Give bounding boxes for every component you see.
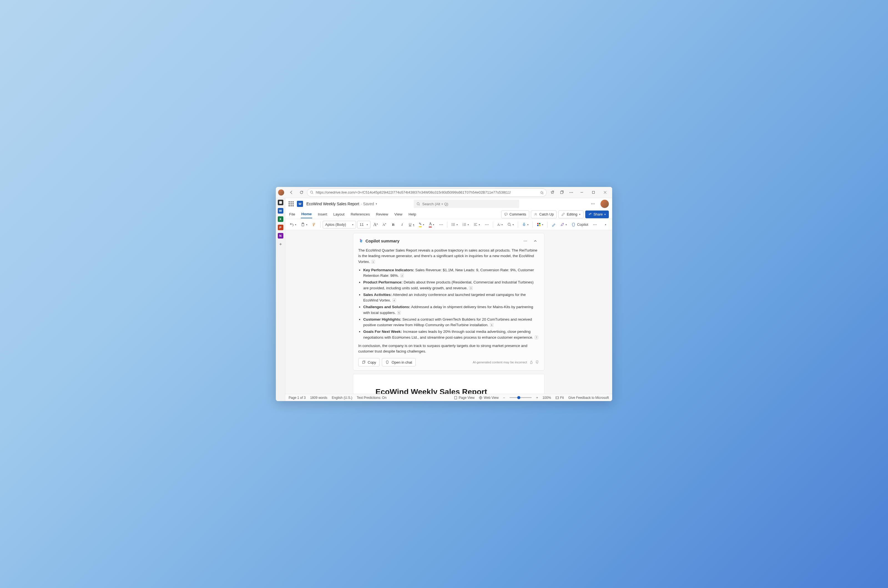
undo-button[interactable]: ▾ [288,221,298,228]
ribbon-collapse-button[interactable]: ▾ [602,221,609,228]
excel-app-icon[interactable]: X [278,216,283,222]
document-page[interactable]: EcoWind Weekly Sales Report Week 02: Jan… [353,374,544,394]
maximize-button[interactable] [588,188,599,197]
font-size-select[interactable]: 11▾ [357,221,370,228]
word-app-icon[interactable]: W [278,208,283,214]
shrink-font-button[interactable]: A▾ [380,221,388,228]
user-avatar[interactable] [601,200,609,208]
thumbs-up-icon[interactable] [529,360,533,364]
citation-5[interactable]: 5 [397,311,401,315]
underline-button[interactable]: U▾ [407,221,416,228]
comments-button[interactable]: Comments [501,210,529,218]
citation-2[interactable]: 2 [400,274,404,278]
font-color-button[interactable]: A▾ [427,221,436,228]
favorite-settings-icon[interactable] [540,190,544,194]
italic-button[interactable]: I [398,221,406,228]
search-input[interactable]: Search (Alt + Q) [414,200,519,208]
onenote-app-icon[interactable]: N [278,233,283,238]
copilot-collapse-button[interactable] [532,237,539,245]
close-button[interactable] [600,188,610,197]
svg-rect-43 [455,396,457,399]
open-in-chat-button[interactable]: Open in chat [382,358,416,366]
svg-point-22 [452,225,452,226]
addins-button[interactable]: ▾ [535,221,545,228]
format-painter-button[interactable] [310,221,318,228]
page-view-button[interactable]: Page View [454,396,475,400]
dictate-button[interactable]: ▾ [520,221,530,228]
svg-rect-32 [539,223,541,224]
document-title[interactable]: EcoWind Weekly Sales Report · Saved ▾ [307,202,377,206]
address-bar[interactable]: https://onedrive.live.com/=3=/C514o45p82… [307,188,547,196]
text-predictions-status[interactable]: Text Predictions: On [356,396,386,400]
more-button[interactable] [566,188,575,197]
refresh-button[interactable] [297,188,306,197]
add-app-button[interactable]: ＋ [278,241,283,247]
highlight-button[interactable]: ✎▾ [417,221,426,228]
copy-button[interactable]: Copy [358,358,380,366]
designer-button[interactable]: ▾ [559,221,569,228]
page-count[interactable]: Page 1 of 3 [288,396,305,400]
tab-layout[interactable]: Layout [333,210,345,218]
citation-4[interactable]: 4 [393,298,396,302]
editing-mode-button[interactable]: Editing ▾ [558,210,583,218]
tab-home[interactable]: Home [301,210,313,218]
share-button[interactable]: Share ▾ [585,210,609,218]
powerpoint-app-icon[interactable]: P [278,225,283,230]
svg-point-11 [594,204,594,204]
thumbs-down-icon[interactable] [535,360,539,364]
citation-1[interactable]: 1 [371,260,375,264]
bold-button[interactable]: B [389,221,397,228]
copilot-summary-card: Copilot summary The EcoWind Quarter Sale… [353,233,544,370]
tab-review[interactable]: Review [376,210,389,218]
toolbar-overflow-button[interactable] [591,221,599,228]
document-canvas[interactable]: Copilot summary The EcoWind Quarter Sale… [285,230,612,394]
numbering-button[interactable]: 123▾ [461,221,471,228]
svg-point-5 [572,192,572,192]
catchup-button[interactable]: Catch Up [531,210,557,218]
back-button[interactable] [287,188,296,197]
grow-font-button[interactable]: A▴ [371,221,379,228]
paste-button[interactable]: ▾ [299,221,309,228]
word-count[interactable]: 1809 words [310,396,327,400]
citation-6[interactable]: 6 [490,323,493,327]
language-status[interactable]: English (U.S.) [332,396,352,400]
home-app-icon[interactable] [278,200,283,205]
citation-7[interactable]: 7 [535,336,538,339]
align-button[interactable]: ▾ [472,221,482,228]
tab-view[interactable]: View [394,210,403,218]
find-button[interactable]: ▾ [506,221,515,228]
search-icon [310,190,314,194]
styles-button[interactable]: A/▾ [495,221,505,228]
font-name-select[interactable]: Aptos (Body)▾ [323,221,356,228]
app-launcher-button[interactable] [288,201,294,206]
feedback-link[interactable]: Give Feedback to Microsoft [568,396,609,400]
svg-point-13 [589,214,590,215]
copilot-button[interactable]: Copilot [570,221,590,228]
zoom-out-button[interactable]: − [503,396,505,400]
profile-avatar-icon[interactable] [278,189,284,195]
zoom-level[interactable]: 100% [542,396,551,400]
tab-file[interactable]: File [288,210,296,218]
collections-button[interactable] [557,188,566,197]
header-more-button[interactable] [588,200,597,208]
minimize-button[interactable] [576,188,587,197]
svg-point-10 [592,204,593,204]
favorites-button[interactable] [548,188,557,197]
bullets-button[interactable]: ▾ [449,221,460,228]
copilot-more-button[interactable] [521,237,529,245]
paragraph-more-button[interactable] [483,221,491,228]
font-more-button[interactable] [437,221,445,228]
web-view-button[interactable]: Web View [479,396,499,400]
zoom-in-button[interactable]: + [536,396,538,400]
fit-button[interactable]: Fit [556,396,564,400]
svg-rect-30 [524,223,525,225]
tab-help[interactable]: Help [408,210,417,218]
svg-rect-12 [505,213,507,215]
svg-rect-7 [279,201,282,204]
tab-references[interactable]: References [350,210,370,218]
chevron-down-icon: ▾ [604,213,606,216]
zoom-slider[interactable] [509,397,532,398]
tab-insert[interactable]: Insert [317,210,328,218]
editor-button[interactable] [550,221,557,228]
citation-3[interactable]: 3 [469,286,473,290]
